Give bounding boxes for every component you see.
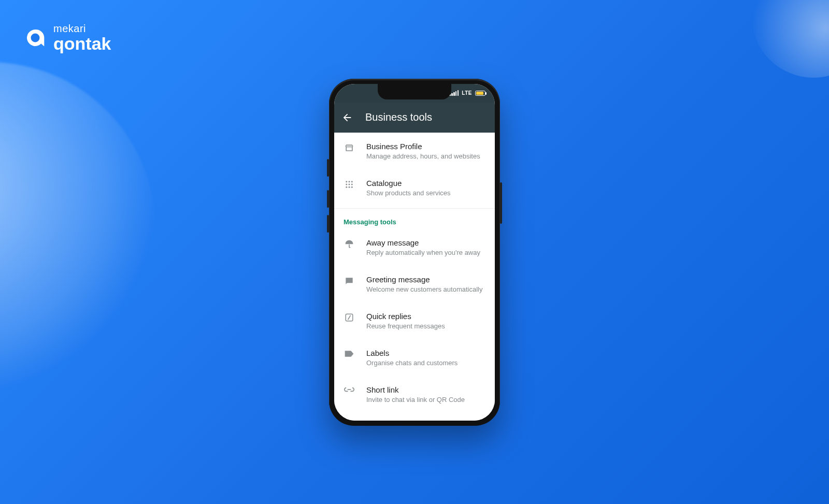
item-short-link[interactable]: Short link Invite to chat via link or QR… <box>334 376 495 413</box>
divider <box>334 208 495 209</box>
svg-point-6 <box>351 183 353 185</box>
brand-text: mekari qontak <box>53 23 111 52</box>
item-labels[interactable]: Labels Organise chats and customers <box>334 339 495 376</box>
list-item-title: Short link <box>366 385 465 394</box>
battery-icon <box>475 91 485 96</box>
list-item-subtitle: Reply automatically when you're away <box>366 249 480 256</box>
slash-icon <box>344 312 355 322</box>
svg-point-9 <box>351 186 353 188</box>
item-away-message[interactable]: Away message Reply automatically when yo… <box>334 229 495 266</box>
brand-top: mekari <box>53 23 111 34</box>
brand-bottom: qontak <box>53 35 111 52</box>
appbar-title: Business tools <box>365 111 432 123</box>
list-item-title: Greeting message <box>366 275 482 284</box>
network-label: LTE <box>462 90 472 96</box>
list-item-subtitle: Reuse frequent messages <box>366 322 445 330</box>
list-item-title: Business Profile <box>366 142 480 151</box>
svg-point-2 <box>349 181 350 182</box>
section-header-messaging: Messaging tools <box>334 211 495 229</box>
decor-blob-top-right <box>751 0 829 78</box>
list-item-title: Quick replies <box>366 312 445 321</box>
back-button[interactable] <box>341 112 353 123</box>
umbrella-icon <box>344 238 355 250</box>
svg-point-5 <box>349 183 350 185</box>
phone-frame: LTE Business tools Business Profile Mana… <box>329 79 500 426</box>
list-item-title: Away message <box>366 238 480 247</box>
svg-point-7 <box>346 186 347 188</box>
app-bar: Business tools <box>334 103 495 133</box>
decor-blob-bottom-left <box>0 62 155 394</box>
storefront-icon <box>344 142 355 153</box>
item-catalogue[interactable]: Catalogue Show products and services <box>334 169 495 206</box>
qontak-icon <box>23 26 47 50</box>
svg-point-8 <box>349 186 350 188</box>
list-item-subtitle: Show products and services <box>366 189 451 197</box>
settings-list: Business Profile Manage address, hours, … <box>334 133 495 421</box>
label-icon <box>344 349 355 358</box>
item-quick-replies[interactable]: Quick replies Reuse frequent messages <box>334 303 495 339</box>
svg-point-1 <box>346 181 347 182</box>
list-item-title: Catalogue <box>366 179 451 188</box>
list-item-subtitle: Welcome new customers automatically <box>366 285 482 293</box>
brand-logo: mekari qontak <box>23 23 111 52</box>
phone-screen: LTE Business tools Business Profile Mana… <box>334 84 495 421</box>
chat-icon <box>344 275 355 286</box>
list-item-subtitle: Invite to chat via link or QR Code <box>366 396 465 404</box>
list-item-title: Labels <box>366 349 458 357</box>
list-item-subtitle: Manage address, hours, and websites <box>366 152 480 160</box>
item-greeting-message[interactable]: Greeting message Welcome new customers a… <box>334 266 495 303</box>
list-item-subtitle: Organise chats and customers <box>366 359 458 367</box>
svg-point-3 <box>351 181 353 182</box>
svg-point-4 <box>346 183 347 185</box>
link-icon <box>344 385 355 393</box>
grid-icon <box>344 179 355 189</box>
phone-notch <box>378 84 451 99</box>
item-business-profile[interactable]: Business Profile Manage address, hours, … <box>334 133 495 169</box>
svg-point-0 <box>31 34 40 42</box>
